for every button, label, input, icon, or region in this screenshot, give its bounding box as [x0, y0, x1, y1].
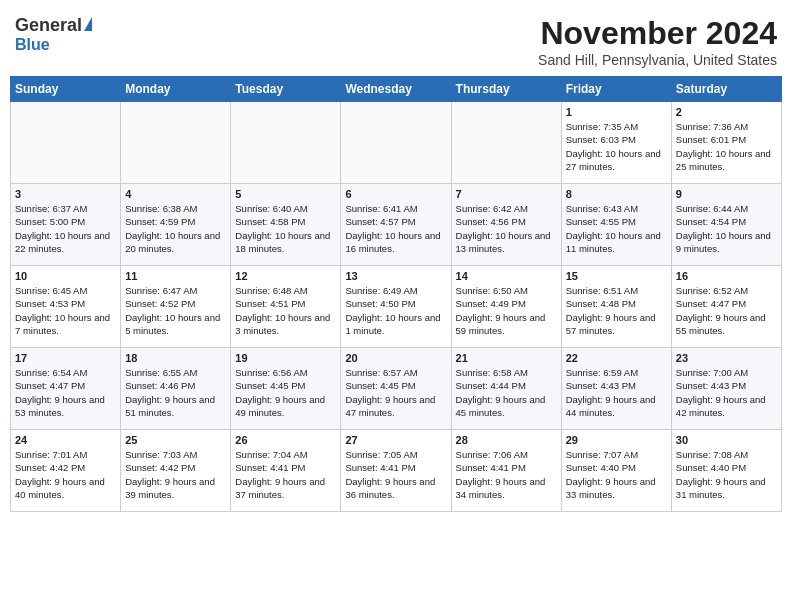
day-number: 18 [125, 352, 226, 364]
day-number: 20 [345, 352, 446, 364]
calendar-cell: 7Sunrise: 6:42 AM Sunset: 4:56 PM Daylig… [451, 184, 561, 266]
day-info: Sunrise: 7:35 AM Sunset: 6:03 PM Dayligh… [566, 120, 667, 173]
day-info: Sunrise: 6:54 AM Sunset: 4:47 PM Dayligh… [15, 366, 116, 419]
day-info: Sunrise: 6:51 AM Sunset: 4:48 PM Dayligh… [566, 284, 667, 337]
calendar-cell: 5Sunrise: 6:40 AM Sunset: 4:58 PM Daylig… [231, 184, 341, 266]
calendar-cell: 3Sunrise: 6:37 AM Sunset: 5:00 PM Daylig… [11, 184, 121, 266]
day-info: Sunrise: 6:55 AM Sunset: 4:46 PM Dayligh… [125, 366, 226, 419]
day-number: 3 [15, 188, 116, 200]
calendar-cell [11, 102, 121, 184]
calendar-cell: 27Sunrise: 7:05 AM Sunset: 4:41 PM Dayli… [341, 430, 451, 512]
day-number: 27 [345, 434, 446, 446]
day-number: 21 [456, 352, 557, 364]
column-header-sunday: Sunday [11, 77, 121, 102]
calendar-cell [231, 102, 341, 184]
day-info: Sunrise: 7:06 AM Sunset: 4:41 PM Dayligh… [456, 448, 557, 501]
day-info: Sunrise: 6:44 AM Sunset: 4:54 PM Dayligh… [676, 202, 777, 255]
calendar-cell: 24Sunrise: 7:01 AM Sunset: 4:42 PM Dayli… [11, 430, 121, 512]
day-info: Sunrise: 7:36 AM Sunset: 6:01 PM Dayligh… [676, 120, 777, 173]
calendar-cell: 25Sunrise: 7:03 AM Sunset: 4:42 PM Dayli… [121, 430, 231, 512]
day-number: 7 [456, 188, 557, 200]
day-info: Sunrise: 6:59 AM Sunset: 4:43 PM Dayligh… [566, 366, 667, 419]
day-number: 5 [235, 188, 336, 200]
calendar-cell: 26Sunrise: 7:04 AM Sunset: 4:41 PM Dayli… [231, 430, 341, 512]
day-number: 6 [345, 188, 446, 200]
calendar-week-row: 10Sunrise: 6:45 AM Sunset: 4:53 PM Dayli… [11, 266, 782, 348]
day-number: 9 [676, 188, 777, 200]
calendar-cell: 4Sunrise: 6:38 AM Sunset: 4:59 PM Daylig… [121, 184, 231, 266]
column-header-friday: Friday [561, 77, 671, 102]
day-info: Sunrise: 6:38 AM Sunset: 4:59 PM Dayligh… [125, 202, 226, 255]
day-number: 29 [566, 434, 667, 446]
calendar-cell: 6Sunrise: 6:41 AM Sunset: 4:57 PM Daylig… [341, 184, 451, 266]
day-number: 11 [125, 270, 226, 282]
day-number: 12 [235, 270, 336, 282]
day-number: 25 [125, 434, 226, 446]
day-info: Sunrise: 6:43 AM Sunset: 4:55 PM Dayligh… [566, 202, 667, 255]
calendar-cell: 21Sunrise: 6:58 AM Sunset: 4:44 PM Dayli… [451, 348, 561, 430]
day-info: Sunrise: 6:58 AM Sunset: 4:44 PM Dayligh… [456, 366, 557, 419]
day-number: 14 [456, 270, 557, 282]
day-info: Sunrise: 7:05 AM Sunset: 4:41 PM Dayligh… [345, 448, 446, 501]
day-number: 16 [676, 270, 777, 282]
day-number: 13 [345, 270, 446, 282]
calendar-cell: 11Sunrise: 6:47 AM Sunset: 4:52 PM Dayli… [121, 266, 231, 348]
logo: General Blue [15, 15, 92, 54]
day-info: Sunrise: 6:45 AM Sunset: 4:53 PM Dayligh… [15, 284, 116, 337]
calendar-cell [341, 102, 451, 184]
day-info: Sunrise: 6:50 AM Sunset: 4:49 PM Dayligh… [456, 284, 557, 337]
calendar-week-row: 1Sunrise: 7:35 AM Sunset: 6:03 PM Daylig… [11, 102, 782, 184]
day-number: 19 [235, 352, 336, 364]
calendar-cell: 17Sunrise: 6:54 AM Sunset: 4:47 PM Dayli… [11, 348, 121, 430]
calendar-cell: 8Sunrise: 6:43 AM Sunset: 4:55 PM Daylig… [561, 184, 671, 266]
calendar-cell: 18Sunrise: 6:55 AM Sunset: 4:46 PM Dayli… [121, 348, 231, 430]
day-info: Sunrise: 7:04 AM Sunset: 4:41 PM Dayligh… [235, 448, 336, 501]
calendar-cell: 16Sunrise: 6:52 AM Sunset: 4:47 PM Dayli… [671, 266, 781, 348]
calendar-cell: 10Sunrise: 6:45 AM Sunset: 4:53 PM Dayli… [11, 266, 121, 348]
day-info: Sunrise: 6:37 AM Sunset: 5:00 PM Dayligh… [15, 202, 116, 255]
column-header-thursday: Thursday [451, 77, 561, 102]
calendar-week-row: 3Sunrise: 6:37 AM Sunset: 5:00 PM Daylig… [11, 184, 782, 266]
day-info: Sunrise: 6:41 AM Sunset: 4:57 PM Dayligh… [345, 202, 446, 255]
day-info: Sunrise: 6:56 AM Sunset: 4:45 PM Dayligh… [235, 366, 336, 419]
day-info: Sunrise: 6:49 AM Sunset: 4:50 PM Dayligh… [345, 284, 446, 337]
day-number: 24 [15, 434, 116, 446]
day-info: Sunrise: 7:01 AM Sunset: 4:42 PM Dayligh… [15, 448, 116, 501]
day-number: 26 [235, 434, 336, 446]
day-number: 17 [15, 352, 116, 364]
calendar-cell: 13Sunrise: 6:49 AM Sunset: 4:50 PM Dayli… [341, 266, 451, 348]
calendar-header-row: SundayMondayTuesdayWednesdayThursdayFrid… [11, 77, 782, 102]
calendar-cell: 12Sunrise: 6:48 AM Sunset: 4:51 PM Dayli… [231, 266, 341, 348]
column-header-saturday: Saturday [671, 77, 781, 102]
page-header: General Blue November 2024 Sand Hill, Pe… [10, 10, 782, 68]
calendar-cell [451, 102, 561, 184]
calendar-cell: 19Sunrise: 6:56 AM Sunset: 4:45 PM Dayli… [231, 348, 341, 430]
calendar-table: SundayMondayTuesdayWednesdayThursdayFrid… [10, 76, 782, 512]
calendar-cell: 14Sunrise: 6:50 AM Sunset: 4:49 PM Dayli… [451, 266, 561, 348]
day-info: Sunrise: 6:42 AM Sunset: 4:56 PM Dayligh… [456, 202, 557, 255]
day-number: 23 [676, 352, 777, 364]
day-info: Sunrise: 7:03 AM Sunset: 4:42 PM Dayligh… [125, 448, 226, 501]
day-info: Sunrise: 6:57 AM Sunset: 4:45 PM Dayligh… [345, 366, 446, 419]
day-info: Sunrise: 7:00 AM Sunset: 4:43 PM Dayligh… [676, 366, 777, 419]
calendar-cell: 30Sunrise: 7:08 AM Sunset: 4:40 PM Dayli… [671, 430, 781, 512]
calendar-week-row: 24Sunrise: 7:01 AM Sunset: 4:42 PM Dayli… [11, 430, 782, 512]
day-info: Sunrise: 7:07 AM Sunset: 4:40 PM Dayligh… [566, 448, 667, 501]
logo-blue-text: Blue [15, 36, 50, 54]
column-header-monday: Monday [121, 77, 231, 102]
day-number: 28 [456, 434, 557, 446]
column-header-tuesday: Tuesday [231, 77, 341, 102]
calendar-cell: 20Sunrise: 6:57 AM Sunset: 4:45 PM Dayli… [341, 348, 451, 430]
calendar-cell: 29Sunrise: 7:07 AM Sunset: 4:40 PM Dayli… [561, 430, 671, 512]
day-info: Sunrise: 6:40 AM Sunset: 4:58 PM Dayligh… [235, 202, 336, 255]
column-header-wednesday: Wednesday [341, 77, 451, 102]
day-number: 22 [566, 352, 667, 364]
page-subtitle: Sand Hill, Pennsylvania, United States [538, 52, 777, 68]
calendar-cell [121, 102, 231, 184]
day-number: 15 [566, 270, 667, 282]
page-title: November 2024 [538, 15, 777, 52]
calendar-cell: 23Sunrise: 7:00 AM Sunset: 4:43 PM Dayli… [671, 348, 781, 430]
day-number: 8 [566, 188, 667, 200]
day-number: 30 [676, 434, 777, 446]
logo-triangle-icon [84, 17, 92, 31]
